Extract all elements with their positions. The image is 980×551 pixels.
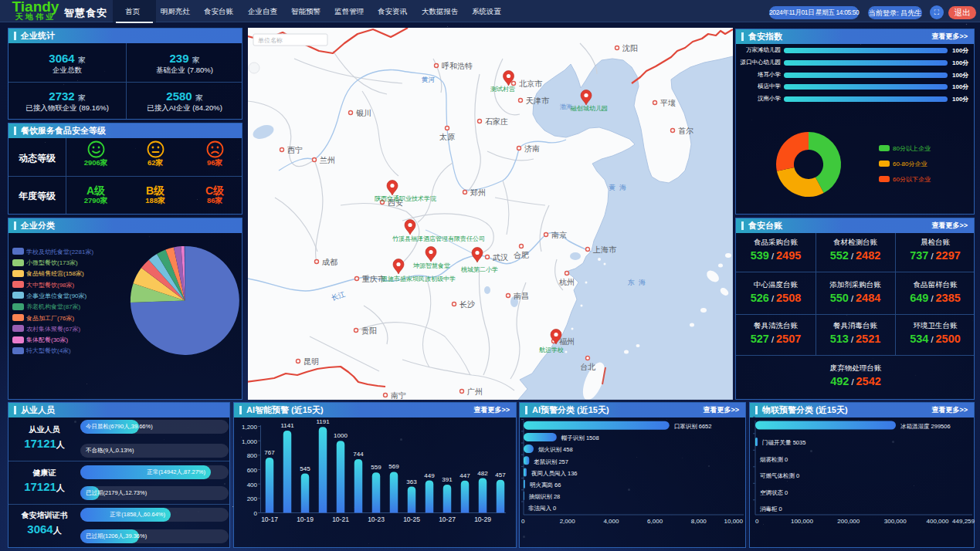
svg-text:石家庄: 石家庄 [485,117,508,126]
svg-text:南京: 南京 [551,231,567,239]
svg-text:545: 545 [300,465,310,472]
svg-text:10,000: 10,000 [724,518,744,525]
svg-text:10-29: 10-29 [474,516,491,523]
svg-text:银川: 银川 [356,109,371,117]
svg-text:10-19: 10-19 [297,516,314,523]
svg-text:台北: 台北 [580,363,596,371]
svg-text:黄海: 黄海 [609,184,630,191]
svg-text:上海市: 上海市 [592,245,617,254]
svg-text:2,000: 2,000 [560,518,576,525]
svg-text:昆明: 昆明 [303,357,319,366]
svg-text:6,000: 6,000 [647,518,663,525]
svg-text:非法闯入 0: 非法闯入 0 [528,505,556,512]
svg-text:单位名称: 单位名称 [258,37,283,44]
svg-text:杭州: 杭州 [558,278,575,286]
svg-text:400: 400 [247,482,258,488]
svg-text:长沙: 长沙 [459,300,475,309]
svg-text:平壤: 平壤 [660,99,676,107]
svg-text:合肥: 合肥 [514,251,529,259]
svg-text:空调状态 0: 空调状态 0 [760,489,788,496]
svg-text:帽子识别 1508: 帽子识别 1508 [561,434,599,441]
svg-text:363: 363 [406,478,417,485]
svg-text:天津市: 天津市 [526,96,550,105]
svg-text:559: 559 [371,464,381,471]
svg-text:抽烟识别 28: 抽烟识别 28 [529,493,560,500]
svg-text:600: 600 [247,467,258,474]
svg-text:可燃气体检测 0: 可燃气体检测 0 [760,472,799,479]
svg-text:0: 0 [755,518,759,525]
svg-text:老鼠识别 257: 老鼠识别 257 [534,458,568,465]
svg-text:沈阳: 沈阳 [622,44,638,52]
svg-text:测试村营: 测试村营 [490,86,515,93]
svg-text:郑州: 郑州 [470,188,486,197]
svg-text:航运学校: 航运学校 [539,346,564,353]
svg-text:竹溪县福泽酒店管理有限责任公司: 竹溪县福泽酒店管理有限责任公司 [392,235,485,242]
svg-text:福州: 福州 [559,337,575,346]
svg-text:1000: 1000 [334,432,348,439]
svg-text:200,000: 200,000 [837,518,860,525]
svg-text:消毒柜 0: 消毒柜 0 [760,505,782,512]
svg-text:呼和浩特: 呼和浩特 [442,62,473,70]
svg-text:400,000: 400,000 [927,518,949,525]
svg-text:贵阳: 贵阳 [361,326,377,335]
svg-text:坤源智慧食堂: 坤源智慧食堂 [412,262,450,269]
svg-text:成都: 成都 [322,258,337,266]
svg-text:10-23: 10-23 [368,516,385,523]
svg-text:西宁: 西宁 [287,146,303,154]
svg-text:太原: 太原 [439,133,455,141]
svg-text:300,000: 300,000 [884,518,907,525]
svg-text:447: 447 [459,472,470,479]
svg-text:767: 767 [264,449,275,456]
svg-text:1141: 1141 [280,422,294,429]
svg-text:冰箱温湿度 299506: 冰箱温湿度 299506 [900,423,951,430]
svg-text:门磁开关量 5035: 门磁开关量 5035 [762,439,805,446]
svg-text:口罩识别 6652: 口罩识别 6652 [674,423,712,430]
svg-text:4,000: 4,000 [603,518,619,525]
svg-text:济南: 济南 [524,144,540,153]
svg-text:200: 200 [247,495,258,502]
svg-text:569: 569 [388,463,399,470]
svg-text:100,000: 100,000 [791,518,813,525]
svg-text:烟雾检测 0: 烟雾检测 0 [760,456,788,463]
svg-text:10-25: 10-25 [403,516,420,523]
svg-text:南宁: 南宁 [391,391,406,400]
svg-text:0: 0 [254,510,258,517]
svg-text:恩施市盛家坝民族初级中学: 恩施市盛家坝民族初级中学 [381,276,456,282]
svg-text:8,000: 8,000 [691,518,707,525]
svg-text:449,259: 449,259 [952,518,975,525]
svg-text:首尔: 首尔 [678,127,693,135]
svg-text:482: 482 [477,470,488,477]
svg-text:黄河: 黄河 [421,76,436,83]
svg-text:陕西交通职业技术学院: 陕西交通职业技术学院 [375,194,436,202]
svg-text:南昌: 南昌 [514,292,529,300]
svg-text:1,000: 1,000 [242,438,258,445]
svg-text:800: 800 [247,452,258,459]
svg-text:457: 457 [495,472,506,478]
svg-text:北京市: 北京市 [519,79,543,88]
svg-text:0: 0 [521,518,525,525]
svg-text:10-27: 10-27 [439,516,456,523]
svg-text:449: 449 [424,472,435,479]
svg-text:广州: 广州 [467,387,483,396]
svg-text:烟火识别 458: 烟火识别 458 [538,446,573,453]
svg-text:夜间人员闯入 136: 夜间人员闯入 136 [531,470,578,477]
svg-text:融创城幼儿园: 融创城幼儿园 [571,105,608,112]
svg-text:10-17: 10-17 [261,516,278,523]
svg-text:1191: 1191 [316,418,330,425]
svg-text:桃城第二小学: 桃城第二小学 [461,266,498,273]
svg-text:明火离岗 66: 明火离岗 66 [530,482,561,488]
svg-text:391: 391 [442,476,453,483]
svg-text:武汉: 武汉 [493,253,508,262]
svg-text:兰州: 兰州 [320,156,335,164]
svg-text:744: 744 [353,451,364,458]
svg-text:东海: 东海 [627,279,649,286]
svg-text:1,200: 1,200 [242,424,258,431]
svg-text:10-21: 10-21 [332,516,349,523]
